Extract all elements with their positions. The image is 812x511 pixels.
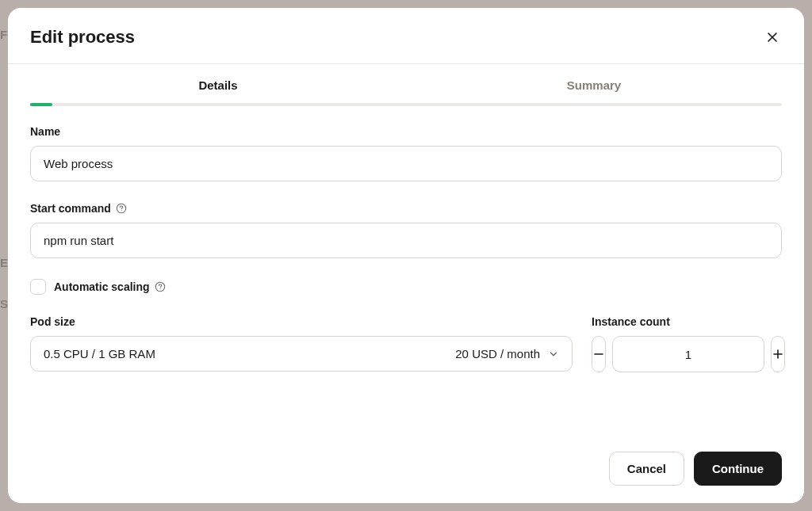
plus-icon	[772, 348, 784, 360]
cancel-button[interactable]: Cancel	[609, 452, 684, 486]
start-command-label: Start command	[30, 202, 111, 215]
modal-title: Edit process	[30, 27, 135, 48]
tab-details[interactable]: Details	[30, 78, 406, 103]
instance-count-input[interactable]	[612, 336, 764, 372]
background-letter: E	[0, 256, 8, 269]
decrement-button[interactable]	[592, 336, 606, 372]
background-letter: F	[0, 28, 7, 41]
name-label: Name	[30, 125, 782, 138]
auto-scaling-checkbox[interactable]	[30, 279, 46, 295]
chevron-down-icon	[548, 349, 559, 360]
modal-header: Edit process	[8, 8, 804, 64]
instance-count-label: Instance count	[592, 315, 782, 328]
tab-summary[interactable]: Summary	[406, 78, 782, 103]
name-field: Name	[30, 125, 782, 181]
pod-size-label: Pod size	[30, 315, 573, 328]
continue-button[interactable]: Continue	[694, 452, 782, 486]
name-input[interactable]	[30, 146, 782, 181]
svg-point-3	[121, 210, 122, 211]
minus-icon	[592, 348, 605, 360]
tabs: Details Summary	[8, 64, 804, 103]
start-command-input[interactable]	[30, 223, 782, 258]
pod-size-price: 20 USD / month	[455, 347, 540, 360]
auto-scaling-label: Automatic scaling	[54, 280, 150, 293]
edit-process-modal: Edit process Details Summary Name Start …	[8, 8, 804, 503]
increment-button[interactable]	[771, 336, 785, 372]
svg-point-5	[159, 288, 160, 289]
close-icon	[766, 31, 779, 44]
instance-count-field: Instance count	[592, 315, 782, 372]
form-body: Name Start command Automatic scaling	[8, 106, 804, 437]
pod-size-spec: 0.5 CPU / 1 GB RAM	[44, 347, 155, 360]
help-icon[interactable]	[116, 203, 127, 214]
bottom-row: Pod size 0.5 CPU / 1 GB RAM 20 USD / mon…	[30, 315, 782, 372]
close-button[interactable]	[763, 28, 782, 47]
auto-scaling-row: Automatic scaling	[30, 279, 782, 295]
pod-size-select[interactable]: 0.5 CPU / 1 GB RAM 20 USD / month	[30, 336, 573, 372]
background-letter: S	[0, 297, 8, 311]
start-command-field: Start command	[30, 202, 782, 258]
pod-size-field: Pod size 0.5 CPU / 1 GB RAM 20 USD / mon…	[30, 315, 573, 372]
progress-track	[30, 103, 782, 106]
progress-fill	[30, 103, 52, 106]
help-icon[interactable]	[155, 281, 166, 292]
instance-stepper	[592, 336, 782, 372]
modal-footer: Cancel Continue	[8, 437, 804, 503]
